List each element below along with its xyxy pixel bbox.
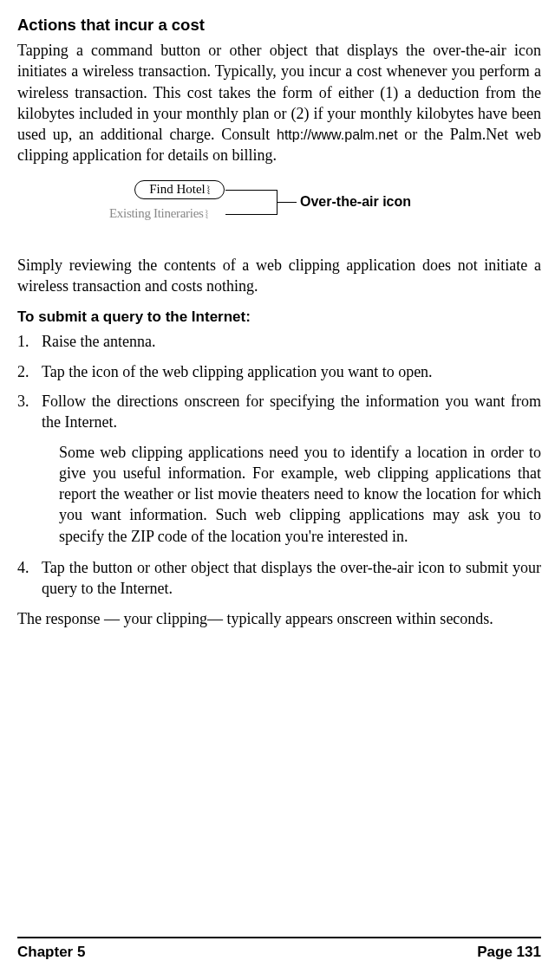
- step-number: 3.: [17, 391, 42, 433]
- step-text: Follow the directions onscreen for speci…: [42, 391, 541, 433]
- over-the-air-icon: ⦚: [206, 186, 210, 193]
- footer-chapter: Chapter 5: [17, 944, 85, 961]
- section-heading: Actions that incur a cost: [17, 16, 541, 35]
- footer-page: Page 131: [477, 944, 541, 961]
- find-hotel-label: Find Hotel: [149, 182, 206, 196]
- step-text: Tap the icon of the web clipping applica…: [42, 361, 541, 382]
- page-footer: Chapter 5 Page 131: [17, 937, 541, 961]
- step-number: 4.: [17, 557, 42, 600]
- paragraph-response: The response — your clipping— typically …: [17, 608, 541, 629]
- find-hotel-button: Find Hotel⦚: [134, 180, 225, 199]
- step-text: Tap the button or other object that disp…: [42, 557, 541, 600]
- steps-list-cont: 4. Tap the button or other object that d…: [17, 557, 541, 600]
- paragraph-review: Simply reviewing the contents of a web c…: [17, 255, 541, 297]
- step-3: 3. Follow the directions onscreen for sp…: [17, 391, 541, 433]
- callout-line: [225, 190, 278, 191]
- paragraph-cost: Tapping a command button or other object…: [17, 40, 541, 166]
- step-2: 2. Tap the icon of the web clipping appl…: [17, 361, 541, 382]
- callout-line: [278, 202, 297, 203]
- steps-list: 1. Raise the antenna. 2. Tap the icon of…: [17, 331, 541, 432]
- step-4: 4. Tap the button or other object that d…: [17, 557, 541, 600]
- over-the-air-icon: ⦚: [205, 211, 208, 217]
- step-number: 1.: [17, 331, 42, 352]
- existing-itineraries-label: Existing Itineraries⦚: [109, 206, 208, 221]
- gray-label-text: Existing Itineraries: [109, 206, 204, 220]
- step-text: Raise the antenna.: [42, 331, 541, 352]
- callout-label: Over-the-air icon: [300, 194, 411, 210]
- step-3-detail: Some web clipping applications need you …: [59, 442, 541, 547]
- sub-heading: To submit a query to the Internet:: [17, 308, 541, 326]
- step-number: 2.: [17, 361, 42, 382]
- over-the-air-figure: Find Hotel⦚ Existing Itineraries⦚ Over-t…: [17, 178, 541, 243]
- step-1: 1. Raise the antenna.: [17, 331, 541, 352]
- palm-url: http://www.palm.net: [277, 127, 398, 142]
- callout-line: [225, 214, 278, 215]
